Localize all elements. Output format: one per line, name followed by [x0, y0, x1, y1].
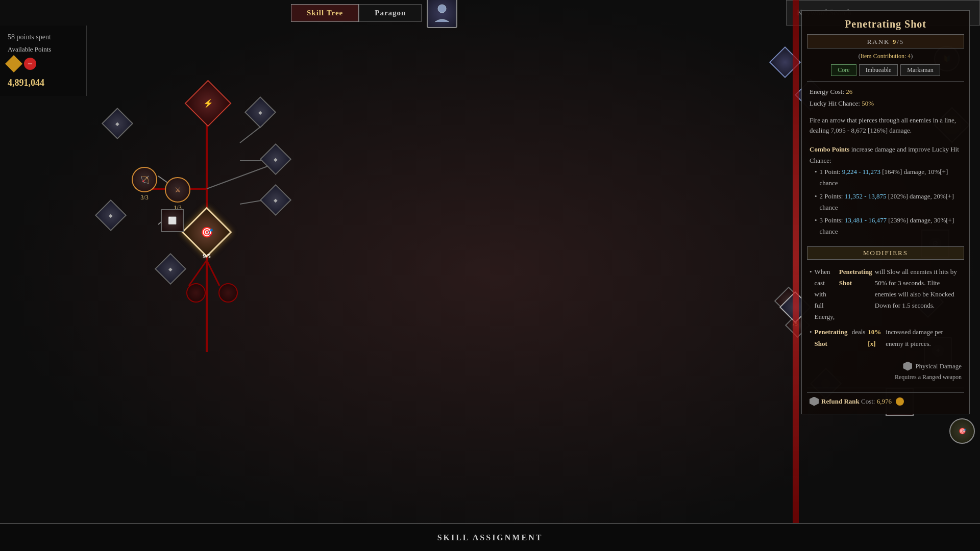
lucky-hit-label: Lucky Hit Chance: — [810, 99, 860, 107]
node-left-mid[interactable]: ⬜ — [161, 209, 184, 232]
svg-line-7 — [207, 260, 219, 286]
item-contribution-label: Item Contribution: — [861, 53, 906, 60]
node-bottom-left-icon: ◆ — [155, 253, 186, 285]
node-bottom-far-3[interactable]: 🎯 — [949, 418, 975, 444]
tree-container: ⚡ 🏹 3/3 ⚔ 1/3 ◆ 🎯 9/5 — [87, 26, 801, 520]
node-bottom-circle-2-icon — [218, 283, 238, 303]
combo-title: Combo Points — [810, 145, 849, 153]
skill-stats: Energy Cost: 26 Lucky Hit Chance: 50% — [802, 84, 969, 113]
skill-assignment-label: SKILL ASSIGNMENT — [437, 533, 543, 542]
physical-damage-section: Physical Damage — [802, 358, 969, 373]
combo-1-text: 1 Point: 9,224 - 11,273 [164%] damage, 1… — [820, 166, 962, 189]
tag-row: Core Imbueable Marksman — [802, 64, 969, 76]
left-panel: 58 points spent Available Points − 4,891… — [0, 26, 87, 96]
svg-point-0 — [438, 5, 446, 13]
skill-description: Fire an arrow that pierces through all e… — [802, 113, 969, 142]
node-left-1-icon: 🏹 — [132, 167, 157, 192]
node-left-1-count: 3/3 — [140, 194, 148, 202]
node-bottom-circle-1[interactable] — [186, 283, 206, 303]
tab-paragon[interactable]: Paragon — [359, 4, 422, 22]
energy-cost-line: Energy Cost: 26 — [810, 87, 962, 97]
requires-weapon: Requires a Ranged weapon — [802, 373, 969, 385]
node-bottom-far-3-icon: 🎯 — [949, 418, 975, 444]
skill-tree-canvas: ⚡ 🏹 3/3 ⚔ 1/3 ◆ 🎯 9/5 — [87, 26, 801, 520]
point-icons-row: − — [8, 58, 79, 70]
rank-max-value: 5 — [900, 38, 904, 45]
refund-label: Refund Rank — [821, 397, 860, 405]
refund-cost-value: 6,976 — [877, 397, 892, 405]
item-contribution-value: 4 — [908, 53, 911, 60]
node-topleft-diamond-icon: ◆ — [102, 108, 133, 139]
tag-core[interactable]: Core — [831, 64, 856, 76]
node-right-lower-icon: ◆ — [260, 184, 291, 216]
node-left-2-icon: ⚔ — [165, 177, 190, 203]
tooltip-title: Penetrating Shot — [802, 11, 969, 34]
tooltip-panel: Penetrating Shot RANK 9/5 (Item Contribu… — [801, 10, 970, 414]
energy-cost-label: Energy Cost: — [810, 88, 844, 95]
rank-label: RANK — [867, 38, 890, 45]
node-right-top[interactable]: ◆ — [249, 101, 272, 123]
rank-text: RANK 9/5 — [867, 38, 904, 45]
combo-list: 1 Point: 9,224 - 11,273 [164%] damage, 1… — [810, 166, 962, 237]
tag-marksman[interactable]: Marksman — [900, 64, 940, 76]
node-penetrating-shot[interactable]: 🎯 9/5 — [189, 214, 225, 250]
gold-coin-icon — [896, 397, 904, 406]
node-bottom-left[interactable]: ◆ — [159, 258, 182, 280]
node-bottom-circle-1-icon — [186, 283, 206, 303]
item-contribution: (Item Contribution: 4) — [802, 53, 969, 60]
modifier-1: When cast with full Energy, Penetrating … — [810, 266, 962, 322]
refund-section: Refund Rank Cost: 6,976 — [807, 392, 964, 406]
remove-point-icon[interactable]: − — [24, 58, 36, 70]
modifier-2: Penetrating Shot deals 10%[x] increased … — [810, 327, 962, 349]
modifiers-section: When cast with full Energy, Penetrating … — [802, 262, 969, 358]
node-penetrating-shot-icon: 🎯 — [182, 207, 232, 258]
combo-item-1: 1 Point: 9,224 - 11,273 [164%] damage, 1… — [815, 166, 962, 189]
node-left-diamond[interactable]: ◆ — [100, 204, 122, 227]
combo-3-text: 3 Points: 13,481 - 16,477 [239%] damage,… — [820, 215, 962, 237]
rank-current-value: 9 — [893, 38, 897, 45]
node-right-top-icon: ◆ — [244, 96, 276, 128]
node-left-1[interactable]: 🏹 3/3 — [132, 167, 157, 192]
energy-cost-value: 26 — [846, 88, 852, 95]
node-penetrating-shot-count: 9/5 — [203, 253, 210, 260]
divider-1 — [807, 81, 964, 82]
node-left-mid-icon: ⬜ — [161, 209, 184, 232]
combo-section: Combo Points increase damage and improve… — [802, 141, 969, 244]
node-bottom-circle-2[interactable] — [218, 283, 238, 303]
gold-amount-display: 4,891,044 — [8, 78, 79, 88]
node-right-lower[interactable]: ◆ — [264, 189, 287, 211]
bottom-bar: SKILL ASSIGNMENT — [0, 523, 980, 551]
node-left-2[interactable]: ⚔ 1/3 — [165, 177, 190, 203]
node-right-mid-icon: ◆ — [260, 143, 291, 175]
node-left-diamond-icon: ◆ — [95, 199, 127, 231]
node-top-center[interactable]: ⚡ — [191, 87, 225, 120]
lucky-hit-line: Lucky Hit Chance: 50% — [810, 98, 962, 109]
rank-bar: RANK 9/5 — [807, 34, 964, 48]
node-top-center-icon: ⚡ — [185, 80, 232, 127]
lucky-hit-value: 50% — [862, 99, 874, 107]
divider-2 — [807, 388, 964, 388]
tab-skill-tree[interactable]: Skill Tree — [291, 4, 359, 22]
points-spent-label: 58 points spent — [8, 33, 79, 41]
available-points-label: Available Points — [8, 45, 79, 54]
combo-2-text: 2 Points: 11,352 - 13,875 [202%] damage,… — [820, 191, 962, 213]
nav-tabs: Skill Tree Paragon — [291, 4, 422, 22]
refund-icon — [810, 397, 819, 406]
combo-item-2: 2 Points: 11,352 - 13,875 [202%] damage,… — [815, 191, 962, 213]
node-right-mid[interactable]: ◆ — [264, 148, 287, 170]
svg-line-6 — [189, 260, 207, 286]
refund-cost-label: Cost: — [861, 397, 877, 405]
skill-point-icon — [5, 55, 22, 72]
right-accent-bar — [793, 0, 799, 523]
combo-item-3: 3 Points: 13,481 - 16,477 [239%] damage,… — [815, 215, 962, 237]
physical-damage-label: Physical Damage — [915, 362, 962, 370]
tag-imbueable[interactable]: Imbueable — [859, 64, 898, 76]
character-portrait[interactable] — [427, 0, 457, 28]
node-topleft-diamond[interactable]: ◆ — [106, 112, 129, 135]
physical-damage-icon — [903, 362, 912, 371]
modifiers-header: MODIFIERS — [807, 246, 964, 260]
refund-text: Refund Rank Cost: 6,976 — [821, 397, 892, 406]
